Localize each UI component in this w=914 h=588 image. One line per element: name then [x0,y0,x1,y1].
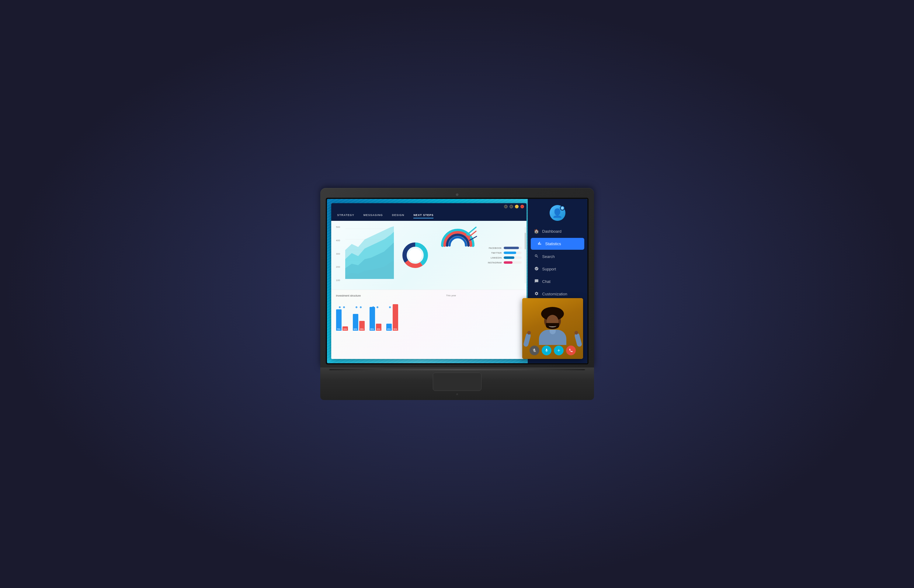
nav-messaging[interactable]: MESSAGING [363,212,383,218]
social-bar-fill-instagram [504,261,513,264]
window-body: 500 400 300 200 100 [331,221,526,359]
video-controls [530,346,576,355]
laptop-bottom [320,367,594,400]
social-bar-bg-instagram [504,261,522,264]
sidebar-item-chat[interactable]: Chat [528,276,587,287]
bar-pct-red-4: 95% [393,328,397,330]
microphone-button[interactable] [542,346,551,355]
bar-pct-blue-1: 75% [337,328,340,330]
nav-next-steps[interactable]: NEXT STEPS [413,212,433,218]
bar-red-4: 95% [393,304,398,331]
investment-chart-subtitle: This year [446,294,456,297]
user-avatar[interactable]: 👤 2 [550,205,565,221]
bar-blue-4: 25% [386,324,392,331]
sidebar-label-customization: Customization [542,292,567,296]
y-label-500: 500 [336,226,340,228]
bar-dots-1 [339,306,345,308]
sidebar-label-statistics: Statistics [545,242,561,246]
titlebar-settings-button[interactable]: ⚙ [509,205,513,208]
bar-red-3: 25% [376,324,381,331]
bar-blue-2: 60% [353,314,358,331]
camera-notch [326,194,589,198]
bar-red-1: 15% [342,326,348,331]
sidebar-item-dashboard[interactable]: 🏠 Dashboard [528,226,587,237]
support-icon [534,267,539,271]
bar-group-1: 75% 15% [336,306,348,331]
area-chart-svg [345,226,394,285]
svg-marker-8 [345,226,394,279]
bar-pct-blue-3: 85% [370,328,374,330]
bar-dot-4a [389,306,391,308]
bar-pct-blue-4: 25% [387,328,391,330]
end-call-button[interactable] [566,346,576,355]
gear-icon [534,291,539,297]
charts-top-section: 500 400 300 200 100 [331,221,526,290]
titlebar-close-button[interactable]: × [520,205,524,208]
bar-group-4: 25% 95% [386,306,398,331]
trackpad[interactable] [433,373,481,391]
social-bar-fill-facebook [504,247,519,249]
app-window: ✉ ⚙ – × STRATEGY MESSAGING DESIGN NEXT S… [331,203,526,359]
mute-button[interactable] [530,346,539,355]
social-bar-bg-facebook [504,247,522,249]
statistics-icon [537,241,542,247]
chat-icon [534,279,539,284]
bar-dot-1b [343,306,345,308]
window-titlebar: ✉ ⚙ – × [331,203,526,210]
bar-group-3: 85% 25% [370,306,381,331]
social-bar-fill-linkedin [504,257,514,259]
bottom-camera-area [329,393,585,395]
nav-strategy[interactable]: STRATEGY [338,212,354,218]
video-placeholder [461,290,526,359]
svg-line-14 [467,227,476,235]
trackpad-area [329,373,585,392]
investment-chart: Investment structure This year [331,290,461,359]
video-call [522,298,583,359]
y-label-300: 300 [336,252,340,255]
sidebar-label-dashboard: Dashboard [542,229,562,234]
sidebar-item-statistics[interactable]: Statistics [531,238,584,250]
bar-dot-2a [355,306,357,308]
titlebar-mail-button[interactable]: ✉ [504,205,508,208]
area-chart: 500 400 300 200 100 [336,226,394,285]
search-icon [534,254,539,259]
bar-dot-3b [376,306,378,308]
laptop-lid: ✉ ⚙ – × STRATEGY MESSAGING DESIGN NEXT S… [320,188,594,367]
bar-dots-2 [355,306,362,308]
bar-red-2: 35% [359,321,365,331]
camera-dot [456,194,459,196]
y-label-400: 400 [336,239,340,242]
nav-design[interactable]: DESIGN [392,212,405,218]
bar-pct-red-1: 15% [343,328,347,330]
chart-y-labels: 500 400 300 200 100 [336,226,340,285]
social-label-facebook: FACEBOOK [485,247,502,249]
bar-dot-1a [339,306,341,308]
social-row-twitter: TWITTER [485,252,522,254]
sidebar-item-support[interactable]: Support [528,263,587,275]
social-row-instagram: INSTAGRAM [485,261,522,264]
social-label-linkedin: LINKEDIN [485,257,502,259]
charts-bottom-section: Investment structure This year [331,290,526,359]
svg-point-13 [409,249,422,262]
bottom-camera-dot [456,393,458,395]
y-label-100: 100 [336,279,340,282]
sidebar-label-chat: Chat [542,279,551,284]
bars-pair-3: 85% 25% [370,309,381,331]
scrollbar-track[interactable] [525,227,526,284]
sidebar-item-search[interactable]: Search [528,251,587,262]
y-label-200: 200 [336,266,340,268]
bars-pair-4: 25% 95% [386,309,398,331]
spiral-chart [436,226,479,285]
donut-chart [400,226,430,285]
sidebar-label-support: Support [542,267,556,271]
scrollbar-thumb[interactable] [525,233,526,250]
sidebar-label-search: Search [542,254,555,259]
titlebar-minimize-button[interactable]: – [515,205,518,208]
social-bar-bg-linkedin [504,257,522,259]
add-participant-button[interactable] [554,346,564,355]
bars-pair-1: 75% 15% [336,309,348,331]
bar-blue-1: 75% [336,309,342,331]
bar-dot-2b [360,306,362,308]
investment-chart-title: Investment structure [336,294,456,297]
bar-pct-red-3: 25% [376,328,380,330]
